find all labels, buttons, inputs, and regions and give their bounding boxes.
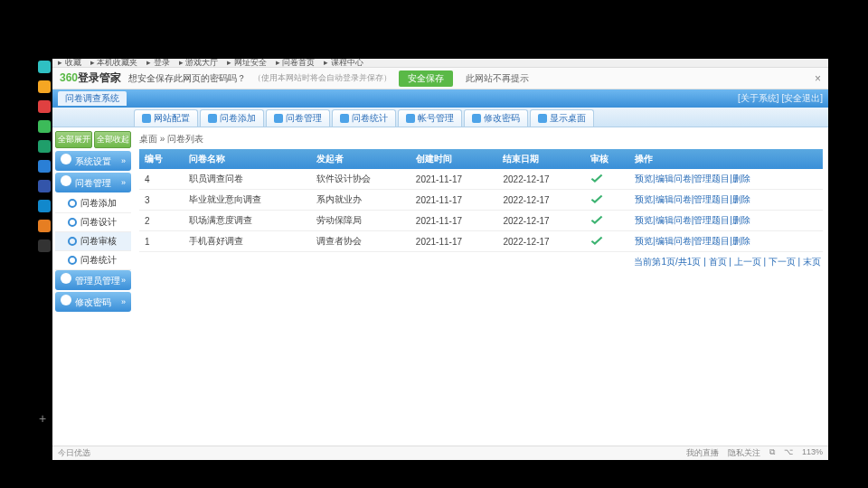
left-icon-1[interactable] xyxy=(38,80,51,93)
system-title-tab[interactable]: 问卷调查系统 xyxy=(58,91,127,106)
password-save-bar: 360登录管家 想安全保存此网页的密码吗？ （使用本网站时将会自动登录并保存） … xyxy=(52,68,828,89)
left-icon-2[interactable] xyxy=(38,100,51,113)
bookmark-6[interactable]: ▸ 课程中心 xyxy=(324,57,363,69)
status-download-icon[interactable]: ⧉ xyxy=(769,447,775,459)
tab-6[interactable]: 显示桌面 xyxy=(530,109,594,127)
cell-ops[interactable]: 预览|编辑问卷|管理题目|删除 xyxy=(629,231,823,252)
cell-ops[interactable]: 预览|编辑问卷|管理题目|删除 xyxy=(629,190,823,211)
left-icon-5[interactable] xyxy=(38,160,51,173)
expand-all-button[interactable]: 全部展开 xyxy=(55,131,92,148)
cell-owner: 系内就业办 xyxy=(311,190,410,211)
tab-4[interactable]: 帐号管理 xyxy=(398,109,462,127)
table-row: 1手机喜好调查调查者协会2021-11-172022-12-17预览|编辑问卷|… xyxy=(139,231,823,252)
sidebar: 全部展开 全部收起 系统设置»问卷管理»问卷添加问卷设计问卷审核问卷统计管理员管… xyxy=(52,127,134,460)
cell-end: 2022-12-17 xyxy=(497,169,585,190)
cell-id: 1 xyxy=(139,231,184,252)
bookmark-4[interactable]: ▸ 网址安全 xyxy=(227,57,267,69)
tab-icon xyxy=(142,114,151,123)
cell-name: 手机喜好调查 xyxy=(184,231,311,252)
status-live[interactable]: 我的直播 xyxy=(686,447,719,459)
cell-id: 2 xyxy=(139,211,184,231)
browser-statusbar: 今日优选 我的直播 隐私关注 ⧉ ⌥ 113% xyxy=(52,446,828,460)
bullet-icon xyxy=(68,237,77,246)
cell-created: 2021-11-17 xyxy=(410,211,498,231)
collapse-all-button[interactable]: 全部收起 xyxy=(94,131,131,148)
titlebar-right-links[interactable]: [关于系统] [安全退出] xyxy=(738,92,823,105)
bookmark-3[interactable]: ▸ 游戏大厅 xyxy=(179,57,219,69)
bookmark-5[interactable]: ▸ 问卷首页 xyxy=(276,57,316,69)
left-icon-0[interactable] xyxy=(38,61,51,73)
safe-save-button[interactable]: 安全保存 xyxy=(399,70,453,87)
bullet-icon xyxy=(68,256,77,265)
col-6: 操作 xyxy=(629,149,823,169)
cell-audit-check-icon[interactable] xyxy=(585,190,629,211)
bookmark-2[interactable]: ▸ 登录 xyxy=(146,57,170,69)
cell-audit-check-icon[interactable] xyxy=(585,169,629,190)
status-tools-icon[interactable]: ⌥ xyxy=(784,447,793,459)
cell-audit-check-icon[interactable] xyxy=(585,211,629,231)
browser-viewport: ▸ 收藏▸ 本机收藏夹▸ 登录▸ 游戏大厅▸ 网址安全▸ 问卷首页▸ 课程中心 … xyxy=(52,59,828,460)
cell-created: 2021-11-17 xyxy=(410,169,498,190)
cell-end: 2022-12-17 xyxy=(497,211,585,231)
cell-owner: 劳动保障局 xyxy=(311,211,410,231)
cell-owner: 调查者协会 xyxy=(311,231,410,252)
sidebar-item-1-2[interactable]: 问卷审核 xyxy=(55,232,131,251)
tab-3[interactable]: 问卷统计 xyxy=(332,109,396,127)
col-1: 问卷名称 xyxy=(184,149,311,169)
never-prompt-button[interactable]: 此网站不再提示 xyxy=(460,70,534,87)
breadcrumb: 桌面 » 问卷列表 xyxy=(139,131,823,149)
left-icon-9[interactable] xyxy=(38,239,51,252)
left-icon-8[interactable] xyxy=(38,220,51,232)
left-icon-6[interactable] xyxy=(38,180,51,192)
sidebar-group-3[interactable]: 修改密码» xyxy=(55,292,131,312)
sidebar-group-2[interactable]: 管理员管理» xyxy=(55,270,131,290)
table-row: 4职员调查问卷软件设计协会2021-11-172022-12-17预览|编辑问卷… xyxy=(139,169,823,190)
360-logo: 360登录管家 xyxy=(60,70,121,86)
col-5: 审核 xyxy=(585,149,629,169)
left-icon-7[interactable] xyxy=(38,200,51,212)
sidebar-group-1[interactable]: 问卷管理» xyxy=(55,173,131,192)
new-tab-plus-icon[interactable]: + xyxy=(39,411,46,426)
status-left[interactable]: 今日优选 xyxy=(58,447,90,459)
module-tab-bar: 网站配置问卷添加问卷管理问卷统计帐号管理修改密码显示桌面 xyxy=(52,108,828,127)
sidebar-groups: 系统设置»问卷管理»问卷添加问卷设计问卷审核问卷统计管理员管理»修改密码» xyxy=(55,151,131,312)
cell-end: 2022-12-17 xyxy=(497,231,585,252)
cell-created: 2021-11-17 xyxy=(410,231,498,252)
browser-bookmark-strip[interactable]: ▸ 收藏▸ 本机收藏夹▸ 登录▸ 游戏大厅▸ 网址安全▸ 问卷首页▸ 课程中心 xyxy=(52,59,828,68)
table-row: 3毕业就业意向调查系内就业办2021-11-172022-12-17预览|编辑问… xyxy=(139,190,823,211)
save-hint: （使用本网站时将会自动登录并保存） xyxy=(253,72,392,84)
left-icon-3[interactable] xyxy=(38,120,51,133)
bookmark-1[interactable]: ▸ 本机收藏夹 xyxy=(90,57,138,69)
tab-0[interactable]: 网站配置 xyxy=(134,109,198,127)
close-icon[interactable]: × xyxy=(815,72,821,85)
sidebar-group-0[interactable]: 系统设置» xyxy=(55,151,131,171)
tab-5[interactable]: 修改密码 xyxy=(464,109,528,127)
tab-1[interactable]: 问卷添加 xyxy=(200,109,264,127)
content-area: 桌面 » 问卷列表 编号问卷名称发起者创建时间结束日期审核操作 4职员调查问卷软… xyxy=(134,127,828,460)
bookmark-0[interactable]: ▸ 收藏 xyxy=(58,57,81,69)
sidebar-item-1-1[interactable]: 问卷设计 xyxy=(55,213,131,232)
sidebar-item-1-3[interactable]: 问卷统计 xyxy=(55,251,131,270)
cell-audit-check-icon[interactable] xyxy=(585,231,629,252)
save-question: 想安全保存此网页的密码吗？ xyxy=(128,72,246,85)
cell-owner: 软件设计协会 xyxy=(311,169,410,190)
tab-2[interactable]: 问卷管理 xyxy=(266,109,330,127)
cell-created: 2021-11-17 xyxy=(410,190,498,211)
tab-icon xyxy=(208,114,217,123)
status-privacy[interactable]: 隐私关注 xyxy=(728,447,760,459)
cell-name: 职员调查问卷 xyxy=(184,169,311,190)
browser-left-iconbar xyxy=(36,59,52,447)
cell-id: 4 xyxy=(139,169,184,190)
col-0: 编号 xyxy=(139,149,184,169)
questionnaire-table: 编号问卷名称发起者创建时间结束日期审核操作 4职员调查问卷软件设计协会2021-… xyxy=(139,149,823,252)
cell-ops[interactable]: 预览|编辑问卷|管理题目|删除 xyxy=(629,211,823,231)
pagination[interactable]: 当前第1页/共1页 | 首页 | 上一页 | 下一页 | 末页 xyxy=(139,252,823,272)
left-icon-4[interactable] xyxy=(38,140,51,153)
table-header-row: 编号问卷名称发起者创建时间结束日期审核操作 xyxy=(139,149,823,169)
status-zoom[interactable]: 113% xyxy=(802,447,823,459)
cell-id: 3 xyxy=(139,190,184,211)
cell-ops[interactable]: 预览|编辑问卷|管理题目|删除 xyxy=(629,169,823,190)
bullet-icon xyxy=(68,218,77,227)
sidebar-item-1-0[interactable]: 问卷添加 xyxy=(55,194,131,213)
table-row: 2职场满意度调查劳动保障局2021-11-172022-12-17预览|编辑问卷… xyxy=(139,211,823,231)
